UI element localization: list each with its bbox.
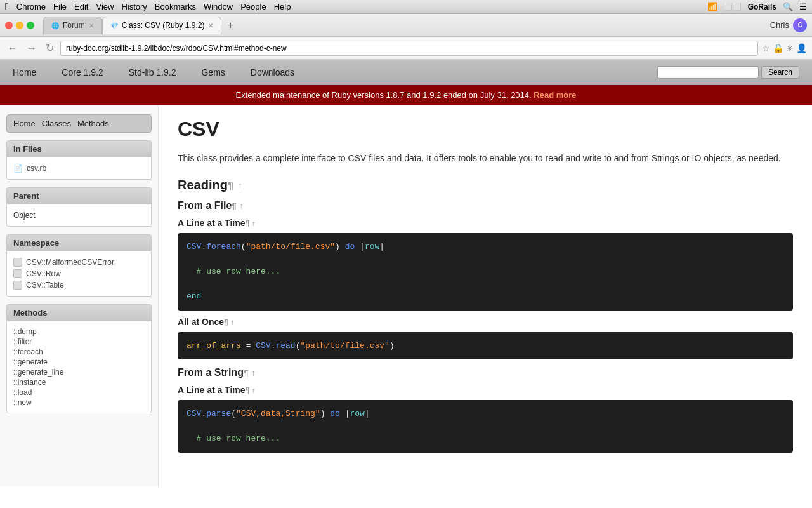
extension-icon-3[interactable]: 👤 [796,43,807,53]
code-read: arr_of_arrs = CSV.read("path/to/file.csv… [178,332,793,360]
code-csv-1: CSV [187,242,201,251]
titlebar: 🌐 Forum ✕ 💎 Class: CSV (Ruby 1.9.2) ✕ + … [0,14,812,37]
from-label: From a [178,367,214,378]
addressbar-icons: ☆ 🔒 ✳ 👤 [762,43,807,53]
sidebar-nav: Home Classes Methods [6,114,152,133]
nav-home[interactable]: Home [13,67,36,77]
section-all-at-once-1: All at Once¶ ↑ [178,317,793,327]
minimize-button[interactable] [16,22,23,29]
code-foreach: CSV.foreach("path/to/file.csv") do |row|… [178,233,793,311]
method-filter[interactable]: ::filter [13,337,145,347]
nav-stdlib[interactable]: Std-lib 1.9.2 [129,67,176,77]
wifi-icon: 📶 [707,2,717,11]
code-csv-data: "CSV,data,String" [236,409,320,418]
method-generate-line[interactable]: ::generate_line [13,367,145,377]
arrow-lat1[interactable]: ↑ [252,219,256,228]
menu-file[interactable]: File [53,2,67,11]
url-bar[interactable] [60,41,758,56]
method-foreach[interactable]: ::foreach [13,347,145,357]
arrow-file[interactable]: ↑ [239,201,244,211]
menu-people[interactable]: People [240,2,266,11]
bookmark-icon[interactable]: ☆ [762,43,770,53]
code-csv-3: CSV [187,409,201,418]
code-parse: parse [206,409,231,418]
menu-help[interactable]: Help [274,2,291,11]
line-at-time-1-label: A Line at a Time [178,218,246,228]
forum-tab-close[interactable]: ✕ [89,22,94,29]
sidebar-nav-classes[interactable]: Classes [42,119,71,128]
arrow-reading[interactable]: ↑ [237,180,243,192]
tab-csv[interactable]: 💎 Class: CSV (Ruby 1.9.2) ✕ [102,17,222,34]
extension-icon-2[interactable]: ✳ [786,43,794,53]
new-tab-button[interactable]: + [221,17,239,34]
search-input[interactable] [657,66,759,79]
method-new[interactable]: ::new [13,398,145,408]
tab-forum[interactable]: 🌐 Forum ✕ [43,17,102,34]
arrow-lat2[interactable]: ↑ [252,386,256,395]
apple-icon[interactable]:  [5,1,9,13]
search-icon[interactable]: 🔍 [783,2,793,11]
methods-header: Methods [7,305,151,321]
menu-view[interactable]: View [96,2,114,11]
search-button[interactable]: Search [761,66,799,79]
menu-window[interactable]: Window [204,2,233,11]
ns-icon-2 [13,281,22,290]
close-button[interactable] [5,22,13,29]
menu-chrome[interactable]: Chrome [16,2,46,11]
read-more-link[interactable]: Read more [534,90,576,100]
page-title: CSV [178,117,793,141]
code-read: read [275,341,295,351]
namespace-item-1[interactable]: CSV::Row [13,268,145,279]
sidebar-nav-home[interactable]: Home [13,119,36,128]
reload-button[interactable]: ↻ [43,41,56,55]
namespace-item-2[interactable]: CSV::Table [13,279,145,291]
parent-header: Parent [7,188,151,204]
arrow-string[interactable]: ↑ [251,368,256,378]
menu-edit[interactable]: Edit [74,2,88,11]
banner-text: Extended maintenance of Ruby versions 1.… [236,90,532,100]
menu-history[interactable]: History [121,2,147,11]
methods-content: ::dump ::filter ::foreach ::generate ::g… [7,321,151,413]
pilcrow-string: ¶ [244,368,249,378]
sidebar: Home Classes Methods In Files 📄 csv.rb P… [0,105,159,486]
tab-bar: 🌐 Forum ✕ 💎 Class: CSV (Ruby 1.9.2) ✕ + [43,17,239,34]
namespace-item-0[interactable]: CSV::MalformedCSVError [13,257,145,268]
gorails-label: GoRails [748,3,776,11]
string-bold: String [214,367,244,378]
section-reading: Reading¶ ↑ [178,178,793,192]
nav-core[interactable]: Core 1.9.2 [62,67,103,77]
method-generate[interactable]: ::generate [13,357,145,367]
sidebar-namespace: Namespace CSV::MalformedCSVError CSV::Ro… [6,234,152,297]
user-avatar[interactable]: C [793,18,807,32]
forward-button[interactable]: → [24,41,39,55]
code-arr: arr_of_arrs [187,341,241,351]
code-line-parse: CSV.parse("CSV,data,String") do |row| [187,408,784,420]
sidebar-in-files: In Files 📄 csv.rb [6,140,152,180]
addressbar: ← → ↻ ☆ 🔒 ✳ 👤 [0,37,812,60]
nav-downloads[interactable]: Downloads [251,67,294,77]
user-name[interactable]: Chris [770,20,789,30]
back-button[interactable]: ← [5,41,20,55]
csv-tab-close[interactable]: ✕ [208,22,213,29]
rubydoc-search: Search [657,66,799,79]
file-item-csv-rb[interactable]: 📄 csv.rb [13,163,145,174]
method-load[interactable]: ::load [13,387,145,398]
ns-label-0: CSV::MalformedCSVError [26,258,114,267]
content-area: CSV This class provides a complete inter… [159,105,812,486]
maximize-button[interactable] [27,22,34,29]
menu-bookmarks[interactable]: Bookmarks [155,2,196,11]
nav-links: Home Core 1.9.2 Std-lib 1.9.2 Gems Downl… [13,67,294,77]
parent-object-link[interactable]: Object [13,210,145,221]
extension-icon-1[interactable]: 🔒 [773,43,783,53]
sidebar-nav-methods[interactable]: Methods [77,119,109,128]
arrow-aao1[interactable]: ↑ [231,318,235,327]
method-instance[interactable]: ::instance [13,377,145,387]
code-end-1: end [187,290,784,303]
code-path-1: "path/to/file.csv" [246,242,335,251]
menu-extra-icons: ⬜⬜ [724,3,742,11]
method-dump[interactable]: ::dump [13,326,145,337]
list-icon[interactable]: ☰ [799,2,807,11]
menubar:  Chrome File Edit View History Bookmark… [0,0,812,14]
nav-gems[interactable]: Gems [201,67,225,77]
code-foreach: foreach [206,242,241,251]
